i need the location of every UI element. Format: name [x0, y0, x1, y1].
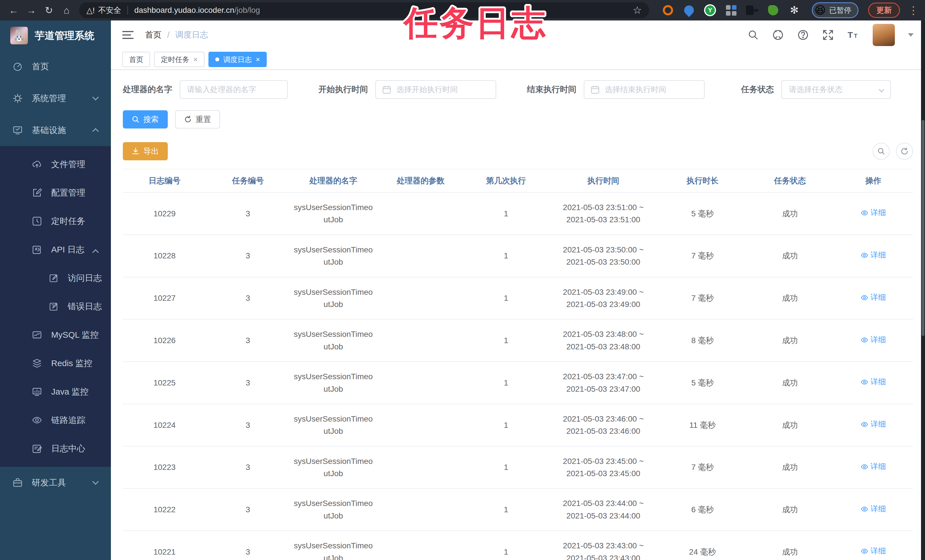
- browser-update-button[interactable]: 更新: [868, 3, 900, 18]
- extension-blue-pin-icon[interactable]: [683, 4, 695, 17]
- address-bar[interactable]: △! 不安全 dashboard.yudao.iocoder.cn/job/lo…: [79, 2, 649, 18]
- detail-link[interactable]: 详细: [861, 292, 886, 304]
- security-status[interactable]: △! 不安全: [86, 5, 121, 15]
- breadcrumb-home[interactable]: 首页: [145, 29, 161, 41]
- bookmark-star-icon[interactable]: ☆: [633, 4, 642, 16]
- page-scrollbar[interactable]: [921, 21, 925, 560]
- tab-job-log[interactable]: 调度日志 ×: [208, 52, 267, 67]
- cell-handler-param: [377, 361, 464, 404]
- url-text: dashboard.yudao.iocoder.cn/job/log: [134, 6, 260, 15]
- cell-status: 成功: [746, 277, 833, 319]
- extension-green-leaf-icon[interactable]: [767, 4, 779, 17]
- browser-menu-icon[interactable]: ⋮: [908, 4, 919, 17]
- detail-link[interactable]: 详细: [861, 418, 886, 431]
- forward-icon[interactable]: →: [24, 3, 39, 18]
- sidebar-item-api-log[interactable]: API 日志: [0, 235, 111, 264]
- cell-execute-time: 2021-05-03 23:46:00 ~ 2021-05-03 23:46:0…: [548, 404, 659, 446]
- fullscreen-icon[interactable]: [822, 29, 834, 41]
- sidebar-item-java-monitor[interactable]: Java 监控: [0, 378, 111, 406]
- sidebar-item-home[interactable]: 首页: [0, 51, 111, 83]
- help-icon[interactable]: [797, 29, 809, 41]
- refresh-table-button[interactable]: [896, 143, 913, 160]
- table-row: 10221 3 sysUserSessionTimeoutJob 1 2021-…: [123, 531, 913, 560]
- extension-grid-icon[interactable]: [725, 4, 737, 17]
- tab-home[interactable]: 首页: [122, 52, 150, 67]
- chevron-down-icon[interactable]: [908, 33, 914, 37]
- cell-actions: 详细: [834, 361, 913, 404]
- export-button[interactable]: 导出: [123, 142, 168, 160]
- extensions-row: Y on ✻: [662, 4, 800, 17]
- font-size-icon[interactable]: T T: [847, 29, 860, 41]
- eye-icon: [861, 251, 868, 259]
- cell-handler-name: sysUserSessionTimeoutJob: [290, 446, 377, 489]
- sidebar-collapse-icon[interactable]: [122, 31, 134, 39]
- search-icon[interactable]: [747, 29, 759, 41]
- cell-job-id: 3: [206, 404, 289, 446]
- cell-duration: 7 毫秒: [659, 446, 746, 489]
- app-logo: 🐰: [10, 27, 28, 44]
- cell-handler-param: [377, 531, 464, 560]
- handler-name-input[interactable]: [180, 80, 288, 99]
- toggle-search-button[interactable]: [873, 143, 890, 160]
- cell-actions: 详细: [834, 235, 913, 277]
- header-actions: T T: [747, 24, 914, 46]
- extensions-puzzle-icon[interactable]: ✻: [788, 4, 800, 17]
- cell-handler-param: [377, 446, 464, 489]
- home-icon[interactable]: ⌂: [59, 3, 74, 18]
- sidebar-item-log-center[interactable]: 日志中心: [0, 434, 111, 463]
- cell-execute-index: 1: [464, 235, 548, 277]
- java-monitor-icon: [32, 387, 42, 397]
- search-icon: [877, 147, 885, 155]
- extension-green-y-icon[interactable]: Y: [704, 4, 716, 17]
- back-icon[interactable]: ←: [6, 3, 21, 18]
- cell-handler-name: sysUserSessionTimeoutJob: [290, 404, 377, 446]
- table-row: 10223 3 sysUserSessionTimeoutJob 1 2021-…: [123, 446, 913, 489]
- sidebar-item-scheduled-jobs[interactable]: 定时任务: [0, 207, 111, 235]
- detail-link[interactable]: 详细: [861, 461, 886, 473]
- sidebar-item-dev-tools[interactable]: 研发工具: [0, 467, 111, 498]
- sidebar-item-system[interactable]: 系统管理: [0, 83, 111, 114]
- sidebar-item-infrastructure[interactable]: 基础设施: [0, 114, 111, 146]
- warning-icon: △!: [86, 6, 95, 15]
- detail-link[interactable]: 详细: [861, 249, 886, 261]
- sidebar-item-mysql-monitor[interactable]: MySQL 监控: [0, 321, 111, 349]
- trace-eye-icon: [32, 415, 42, 425]
- sidebar-item-access-log[interactable]: 访问日志: [0, 264, 111, 292]
- close-icon[interactable]: ×: [256, 56, 260, 63]
- table-header-row: 日志编号 任务编号 处理器的名字 处理器的参数 第几次执行 执行时间 执行时长 …: [123, 169, 913, 193]
- profile-emoji-avatar: 😆: [814, 4, 826, 17]
- cell-actions: 详细: [834, 446, 913, 489]
- cell-actions: 详细: [834, 193, 913, 235]
- search-button[interactable]: 搜索: [123, 110, 168, 128]
- reload-icon[interactable]: ↻: [42, 3, 56, 18]
- sidebar-item-file-management[interactable]: 文件管理: [0, 150, 111, 179]
- cell-handler-name: sysUserSessionTimeoutJob: [290, 193, 377, 235]
- scrollbar-thumb[interactable]: [922, 120, 924, 336]
- app-logo-row[interactable]: 🐰 芋道管理系统: [0, 21, 111, 51]
- tab-scheduled-jobs[interactable]: 定时任务 ×: [154, 52, 205, 67]
- close-icon[interactable]: ×: [193, 56, 197, 63]
- extension-orange-ring-icon[interactable]: [662, 4, 674, 17]
- job-status-select[interactable]: 请选择任务状态: [781, 80, 891, 99]
- cell-status: 成功: [746, 235, 833, 277]
- sidebar-item-config-management[interactable]: 配置管理: [0, 179, 111, 207]
- browser-profile-badge[interactable]: 😆 已暂停: [812, 2, 859, 18]
- detail-link[interactable]: 详细: [861, 334, 886, 346]
- sidebar-item-redis-monitor[interactable]: Redis 监控: [0, 349, 111, 378]
- user-avatar[interactable]: [873, 24, 895, 46]
- extension-on-badge-icon[interactable]: on: [746, 4, 758, 17]
- end-time-input[interactable]: [584, 80, 705, 99]
- cell-log-id: 10229: [123, 193, 206, 235]
- github-icon[interactable]: [772, 29, 784, 41]
- detail-link[interactable]: 详细: [861, 207, 886, 219]
- breadcrumb-current: 调度日志: [175, 29, 208, 41]
- eye-icon: [861, 294, 868, 301]
- cell-actions: 详细: [834, 404, 913, 446]
- detail-link[interactable]: 详细: [861, 503, 886, 515]
- detail-link[interactable]: 详细: [861, 545, 886, 557]
- sidebar-item-error-log[interactable]: 错误日志: [0, 292, 111, 321]
- reset-button[interactable]: 重置: [175, 110, 220, 128]
- detail-link[interactable]: 详细: [861, 376, 886, 388]
- sidebar-item-trace[interactable]: 链路追踪: [0, 406, 111, 434]
- begin-time-input[interactable]: [375, 80, 496, 99]
